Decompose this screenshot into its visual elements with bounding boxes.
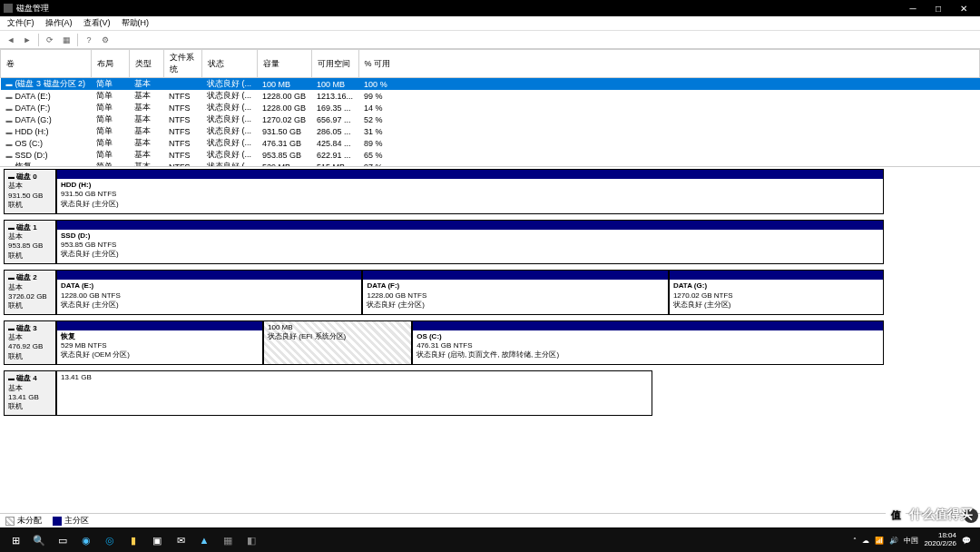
- taskbar: ⊞ 🔍 ▭ ◉ ◎ ▮ ▣ ✉ ▲ ▦ ◧ ˄ ☁ 📶 🔊 中国 18:0420…: [0, 528, 980, 552]
- tray-cloud-icon[interactable]: ☁: [862, 537, 869, 545]
- partition[interactable]: OS (C:)476.31 GB NTFS状态良好 (启动, 页面文件, 故障转…: [412, 320, 884, 366]
- menu-action[interactable]: 操作(A): [40, 17, 78, 29]
- task-view-icon[interactable]: ▭: [51, 528, 74, 552]
- partition[interactable]: SSD (D:)953.85 GB NTFS状态良好 (主分区): [56, 220, 884, 265]
- partition[interactable]: HDD (H:)931.50 GB NTFS状态良好 (主分区): [56, 169, 884, 214]
- app-icon-1[interactable]: ◉: [74, 528, 98, 552]
- disk-info[interactable]: 磁盘 4基本13.41 GB联机: [4, 370, 56, 416]
- disk-layout: DATA (E:)1228.00 GB NTFS状态良好 (主分区)DATA (…: [56, 270, 884, 315]
- volume-row[interactable]: OS (C:)简单基本NTFS状态良好 (...476.31 GB425.84 …: [1, 137, 980, 149]
- col-fs[interactable]: 文件系统: [163, 50, 201, 78]
- watermark: 值 什么值得买: [886, 505, 973, 525]
- disk-info[interactable]: 磁盘 2基本3726.02 GB联机: [4, 270, 56, 315]
- tray-sound-icon[interactable]: 🔊: [889, 537, 898, 545]
- store-icon[interactable]: ▣: [145, 528, 169, 552]
- edge-icon[interactable]: ◎: [98, 528, 122, 552]
- partition[interactable]: 恢复529 MB NTFS状态良好 (OEM 分区): [56, 320, 263, 366]
- app-icon: [4, 4, 13, 13]
- col-volume[interactable]: 卷: [1, 50, 92, 78]
- tray-wifi-icon[interactable]: 📶: [875, 537, 884, 545]
- col-status[interactable]: 状态: [201, 50, 257, 78]
- menu-bar: 文件(F) 操作(A) 查看(V) 帮助(H): [0, 16, 980, 31]
- tray-up-icon[interactable]: ˄: [853, 537, 857, 545]
- disk-info[interactable]: 磁盘 3基本476.92 GB联机: [4, 320, 56, 366]
- partition[interactable]: 100 MB状态良好 (EFI 系统分区): [263, 320, 412, 366]
- toolbar: ◄ ► ⟳ ▦ ? ⚙: [0, 31, 980, 49]
- search-icon[interactable]: 🔍: [27, 528, 51, 552]
- volume-row[interactable]: DATA (F:)简单基本NTFS状态良好 (...1228.00 GB169.…: [1, 102, 980, 113]
- legend-primary: 主分区: [53, 515, 89, 527]
- disk-row: 磁盘 0基本931.50 GB联机HDD (H:)931.50 GB NTFS状…: [4, 169, 976, 214]
- menu-file[interactable]: 文件(F): [2, 17, 40, 29]
- system-tray[interactable]: ˄ ☁ 📶 🔊 中国 18:042020/2/26 💬: [853, 532, 976, 548]
- legend-unallocated: 未分配: [5, 515, 42, 527]
- tray-clock[interactable]: 18:042020/2/26: [924, 532, 956, 548]
- window-title: 磁盘管理: [16, 3, 900, 15]
- menu-help[interactable]: 帮助(H): [116, 17, 155, 29]
- disk-row: 磁盘 3基本476.92 GB联机恢复529 MB NTFS状态良好 (OEM …: [4, 320, 976, 366]
- volume-row[interactable]: (磁盘 3 磁盘分区 2)简单基本状态良好 (...100 MB100 MB10…: [1, 78, 980, 91]
- mail-icon[interactable]: ✉: [169, 528, 192, 552]
- disk-layout: HDD (H:)931.50 GB NTFS状态良好 (主分区): [56, 169, 884, 214]
- start-button[interactable]: ⊞: [4, 528, 27, 552]
- disk-graphical-view[interactable]: 磁盘 0基本931.50 GB联机HDD (H:)931.50 GB NTFS状…: [0, 167, 980, 513]
- col-pctfree[interactable]: % 可用: [358, 50, 979, 78]
- disk-row: 磁盘 1基本953.85 GB联机SSD (D:)953.85 GB NTFS状…: [4, 220, 976, 265]
- disk-row: 磁盘 2基本3726.02 GB联机DATA (E:)1228.00 GB NT…: [4, 270, 976, 315]
- col-free[interactable]: 可用空间: [311, 50, 358, 78]
- back-button[interactable]: ◄: [4, 33, 18, 47]
- volume-row[interactable]: DATA (G:)简单基本NTFS状态良好 (...1270.02 GB656.…: [1, 113, 980, 125]
- watermark-icon: 值: [886, 505, 906, 525]
- title-bar: 磁盘管理 ─ □ ✕: [0, 0, 980, 16]
- app-icon-3[interactable]: ◧: [240, 528, 263, 552]
- legend: 未分配 主分区: [0, 513, 980, 527]
- volume-row[interactable]: 恢复简单基本NTFS状态良好 (...529 MB515 MB97 %: [1, 161, 980, 167]
- volume-row[interactable]: SSD (D:)简单基本NTFS状态良好 (...953.85 GB622.91…: [1, 149, 980, 161]
- disk-info[interactable]: 磁盘 0基本931.50 GB联机: [4, 169, 56, 214]
- toolbar-separator: [77, 34, 78, 46]
- volume-row[interactable]: DATA (E:)简单基本NTFS状态良好 (...1228.00 GB1213…: [1, 90, 980, 102]
- close-button[interactable]: ✕: [951, 0, 976, 16]
- toolbar-separator: [38, 34, 39, 46]
- refresh-button[interactable]: ⟳: [43, 33, 57, 47]
- minimize-button[interactable]: ─: [900, 0, 926, 16]
- volume-list[interactable]: 卷 布局 类型 文件系统 状态 容量 可用空间 % 可用 (磁盘 3 磁盘分区 …: [0, 49, 980, 167]
- settings-button[interactable]: ⚙: [98, 33, 113, 47]
- disk-info[interactable]: 磁盘 1基本953.85 GB联机: [4, 220, 56, 265]
- tray-notification-icon[interactable]: 💬: [962, 537, 971, 545]
- app-icon-2[interactable]: ▦: [216, 528, 240, 552]
- partition[interactable]: 13.41 GB: [56, 370, 652, 416]
- view-button[interactable]: ▦: [59, 33, 74, 47]
- app-window: 文件(F) 操作(A) 查看(V) 帮助(H) ◄ ► ⟳ ▦ ? ⚙ 卷 布局…: [0, 16, 980, 527]
- explorer-icon[interactable]: ▮: [122, 528, 145, 552]
- col-layout[interactable]: 布局: [91, 50, 129, 78]
- partition[interactable]: DATA (E:)1228.00 GB NTFS状态良好 (主分区): [56, 270, 362, 315]
- disk-layout: 13.41 GB: [56, 370, 884, 416]
- disk-layout: 恢复529 MB NTFS状态良好 (OEM 分区)100 MB状态良好 (EF…: [56, 320, 884, 366]
- volume-header-row[interactable]: 卷 布局 类型 文件系统 状态 容量 可用空间 % 可用: [1, 50, 980, 78]
- maximize-button[interactable]: □: [926, 0, 951, 16]
- disk-row: 磁盘 4基本13.41 GB联机13.41 GB: [4, 370, 976, 416]
- tray-ime[interactable]: 中国: [904, 536, 918, 546]
- forward-button[interactable]: ►: [20, 33, 34, 47]
- partition[interactable]: DATA (G:)1270.02 GB NTFS状态良好 (主分区): [669, 270, 884, 315]
- partition[interactable]: DATA (F:)1228.00 GB NTFS状态良好 (主分区): [362, 270, 668, 315]
- help-button[interactable]: ?: [82, 33, 96, 47]
- col-type[interactable]: 类型: [129, 50, 163, 78]
- menu-view[interactable]: 查看(V): [78, 17, 116, 29]
- disk-layout: SSD (D:)953.85 GB NTFS状态良好 (主分区): [56, 220, 884, 265]
- col-capacity[interactable]: 容量: [257, 50, 311, 78]
- volume-row[interactable]: HDD (H:)简单基本NTFS状态良好 (...931.50 GB286.05…: [1, 125, 980, 137]
- photos-icon[interactable]: ▲: [192, 528, 216, 552]
